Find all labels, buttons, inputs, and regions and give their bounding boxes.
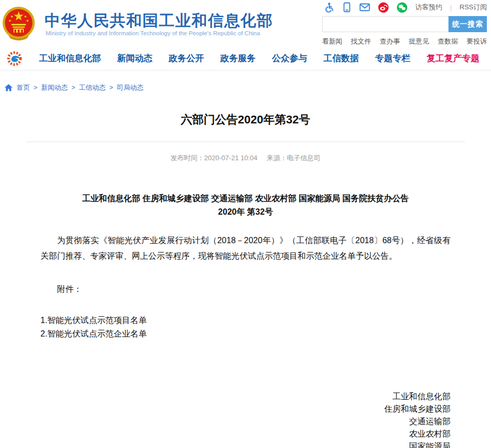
search-input[interactable] bbox=[322, 16, 448, 32]
wechat-icon[interactable] bbox=[397, 2, 408, 13]
miit-gear-icon bbox=[6, 50, 23, 67]
header-right: 访客预约 | RSS订阅 统一搜索 看新闻 找文件 查办事 提意见 查数据 要投… bbox=[322, 1, 487, 46]
nav-item-resume-work[interactable]: 复工复产专题 bbox=[427, 52, 480, 64]
signature-mohurd: 住房和城乡建设部 bbox=[40, 403, 451, 415]
breadcrumb: 首页 > 新闻动态 > 工信动态 > 司局动态 bbox=[4, 83, 491, 92]
article-title: 六部门公告2020年第32号 bbox=[21, 112, 470, 128]
nav-item-participation[interactable]: 公众参与 bbox=[272, 52, 307, 64]
nav-item-data[interactable]: 工信数据 bbox=[324, 52, 359, 64]
site-header: 中华人民共和国工业和信息化部 Ministry of Industry and … bbox=[0, 0, 491, 47]
signature-block: 工业和信息化部 住房和城乡建设部 交通运输部 农业农村部 国家能源局 国务院扶贫… bbox=[40, 390, 451, 448]
signature-mot: 交通运输部 bbox=[40, 415, 451, 428]
quick-links-row: 看新闻 找文件 查办事 提意见 查数据 要投诉 bbox=[322, 37, 487, 46]
article-source: 来源：电子信息司 bbox=[266, 154, 320, 162]
nav-item-miit[interactable]: 工业和信息化部 bbox=[39, 52, 101, 64]
attachment-list: 1.智能光伏试点示范项目名单 2.智能光伏试点示范企业名单 bbox=[40, 314, 451, 341]
attachment-label: 附件： bbox=[40, 284, 451, 295]
accessibility-icon[interactable] bbox=[324, 2, 334, 12]
document-heading: 工业和信息化部 住房和城乡建设部 交通运输部 农业农村部 国家能源局 国务院扶贫… bbox=[21, 192, 470, 219]
rss-subscribe-link[interactable]: RSS订阅 bbox=[459, 3, 487, 12]
breadcrumb-separator: > bbox=[109, 84, 113, 91]
quick-link-services[interactable]: 查办事 bbox=[380, 37, 400, 46]
search-bar: 统一搜索 bbox=[322, 16, 487, 32]
attachment-link-2[interactable]: 2.智能光伏试点示范企业名单 bbox=[40, 327, 451, 341]
main-nav: 工业和信息化部 新闻动态 政务公开 政务服务 公众参与 工信数据 专题专栏 复工… bbox=[0, 47, 491, 71]
article-meta: 发布时间：2020-07-21 10:04 来源：电子信息司 bbox=[21, 153, 470, 163]
breadcrumb-news[interactable]: 新闻动态 bbox=[41, 83, 68, 92]
breadcrumb-home[interactable]: 首页 bbox=[17, 83, 30, 92]
article: 六部门公告2020年第32号 发布时间：2020-07-21 10:04 来源：… bbox=[0, 112, 491, 448]
document-heading-line2: 2020年 第32号 bbox=[21, 205, 470, 219]
signature-miit: 工业和信息化部 bbox=[40, 390, 451, 403]
site-subtitle: Ministry of Industry and Information Tec… bbox=[46, 30, 260, 36]
document-body: 为贯彻落实《智能光伏产业发展行动计划（2018－2020年）》（工信部联电子〔2… bbox=[40, 233, 451, 264]
publish-time: 发布时间：2020-07-21 10:04 bbox=[171, 154, 258, 162]
nav-item-news[interactable]: 新闻动态 bbox=[117, 52, 152, 64]
quick-link-suggestions[interactable]: 提意见 bbox=[409, 37, 429, 46]
title-divider bbox=[26, 142, 465, 142]
mobile-icon[interactable] bbox=[342, 2, 352, 12]
document-heading-line1: 工业和信息化部 住房和城乡建设部 交通运输部 农业农村部 国家能源局 国务院扶贫… bbox=[21, 192, 470, 205]
unified-search-button[interactable]: 统一搜索 bbox=[448, 16, 487, 32]
breadcrumb-bureau-news[interactable]: 司局动态 bbox=[117, 83, 144, 92]
utility-separator: | bbox=[450, 4, 452, 11]
document-paragraph: 为贯彻落实《智能光伏产业发展行动计划（2018－2020年）》（工信部联电子〔2… bbox=[40, 233, 451, 264]
breadcrumb-separator: > bbox=[72, 84, 75, 91]
quick-link-news[interactable]: 看新闻 bbox=[322, 37, 342, 46]
quick-link-complaints[interactable]: 要投诉 bbox=[467, 37, 487, 46]
breadcrumb-separator: > bbox=[34, 84, 37, 91]
mail-icon[interactable] bbox=[359, 3, 370, 12]
home-icon[interactable] bbox=[4, 83, 13, 92]
signature-nea: 国家能源局 bbox=[40, 440, 451, 448]
signature-moa: 农业农村部 bbox=[40, 428, 451, 440]
quick-link-data[interactable]: 查数据 bbox=[438, 37, 458, 46]
quick-link-files[interactable]: 找文件 bbox=[351, 37, 371, 46]
header-utility-row: 访客预约 | RSS订阅 bbox=[322, 1, 487, 13]
national-emblem-logo bbox=[2, 6, 35, 40]
nav-item-gov-service[interactable]: 政务服务 bbox=[220, 52, 256, 64]
nav-item-special-columns[interactable]: 专题专栏 bbox=[375, 52, 411, 64]
nav-item-gov-open[interactable]: 政务公开 bbox=[169, 52, 204, 64]
breadcrumb-miit-news[interactable]: 工信动态 bbox=[79, 83, 106, 92]
weibo-icon[interactable] bbox=[378, 2, 389, 13]
site-title: 中华人民共和国工业和信息化部 bbox=[45, 10, 273, 32]
visitor-reservation-link[interactable]: 访客预约 bbox=[415, 3, 442, 12]
attachment-link-1[interactable]: 1.智能光伏试点示范项目名单 bbox=[40, 314, 451, 327]
